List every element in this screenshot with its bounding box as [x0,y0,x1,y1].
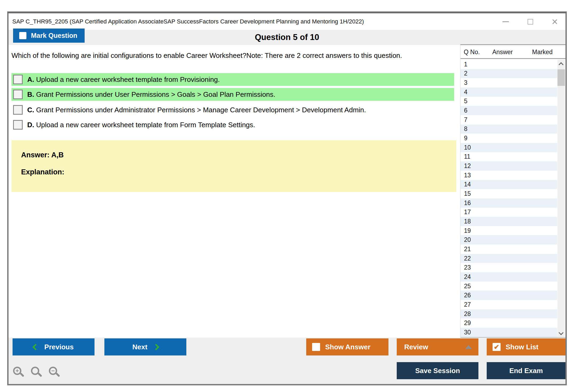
question-list-row[interactable]: 3 [461,78,557,87]
question-panel: Which of the following are initial confi… [9,45,460,338]
window-title: SAP C_THR95_2205 (SAP Certified Applicat… [12,18,364,25]
question-list-row[interactable]: 29 [461,318,557,328]
maximize-icon [528,19,533,25]
option-label: B. Grant Permissions under User Permissi… [27,90,275,99]
minimize-icon [502,21,509,22]
question-list-row[interactable]: 14 [461,180,557,189]
column-header-answer: Answer [492,49,513,56]
question-list-row[interactable]: 19 [461,226,557,235]
question-list-row[interactable]: 1 [461,60,557,69]
question-list-row[interactable]: 18 [461,217,557,226]
chevron-left-icon [33,344,39,350]
maximize-button[interactable] [525,16,535,27]
caret-up-icon [465,345,472,349]
show-answer-button[interactable]: Show Answer [306,338,388,355]
question-list-panel: Q No. Answer Marked 12345678910111213141… [460,44,565,338]
question-list-row[interactable]: 5 [461,97,557,106]
question-list-row[interactable]: 16 [461,198,557,208]
show-list-label: Show List [506,343,538,351]
review-button[interactable]: Review [397,338,478,355]
option-checkbox[interactable] [13,75,23,84]
app-window: SAP C_THR95_2205 (SAP Certified Applicat… [7,11,567,385]
column-header-qno: Q No. [464,49,480,56]
question-list-row[interactable]: 23 [461,263,557,272]
next-label: Next [132,343,147,351]
question-list-row[interactable]: 6 [461,106,557,115]
question-list-row[interactable]: 10 [461,143,557,152]
scrollbar-thumb[interactable] [557,69,565,86]
question-list-scrollbar[interactable] [557,60,565,337]
check-icon: ✔ [494,344,500,350]
next-button[interactable]: Next [104,338,186,355]
close-icon: × [552,16,558,27]
option-label: C. Grant Permissions under Administrator… [27,106,366,114]
question-list-row[interactable]: 30 [461,328,557,337]
minimize-button[interactable] [501,16,510,27]
option-label: A. Upload a new career worksheet templat… [27,75,220,84]
option-checkbox[interactable] [13,105,23,115]
question-list-row[interactable]: 9 [461,134,557,143]
question-list-row[interactable]: 27 [461,300,557,309]
scroll-down-icon[interactable] [559,331,563,334]
review-label: Review [404,343,428,351]
end-exam-label: End Exam [509,367,543,375]
answer-option-row[interactable]: D. Upload a new career worksheet templat… [11,118,454,131]
answer-option-row[interactable]: B. Grant Permissions under User Permissi… [11,88,454,101]
question-list-row[interactable]: 4 [461,87,557,97]
answer-option-row[interactable]: A. Upload a new career worksheet templat… [11,73,454,86]
question-list-row[interactable]: 11 [461,152,557,162]
question-list-row[interactable]: 17 [461,208,557,217]
show-answer-label: Show Answer [325,343,371,351]
zoom-toolbar: + − [13,367,60,379]
explanation-label: Explanation: [21,168,64,176]
zoom-reset-icon[interactable] [31,367,42,379]
show-answer-checkbox[interactable] [312,343,320,351]
question-list-row[interactable]: 28 [461,309,557,319]
zoom-in-icon[interactable]: + [13,367,24,379]
title-bar: SAP C_THR95_2205 (SAP Certified Applicat… [9,13,565,30]
save-session-label: Save Session [415,367,460,375]
question-list-row[interactable]: 15 [461,189,557,198]
previous-label: Previous [44,343,74,351]
question-list-row[interactable]: 20 [461,235,557,245]
question-list-row[interactable]: 22 [461,254,557,263]
save-session-button[interactable]: Save Session [397,362,478,379]
question-text: Which of the following are initial confi… [11,51,402,60]
zoom-out-icon[interactable]: − [49,367,60,379]
question-list-row[interactable]: 26 [461,291,557,300]
chevron-right-icon [153,344,159,350]
option-checkbox[interactable] [13,90,23,99]
question-list-body: 1234567891011121314151617181920212223242… [461,60,557,337]
question-list-row[interactable]: 21 [461,245,557,254]
column-header-marked: Marked [532,49,553,56]
question-counter: Question 5 of 10 [9,30,565,45]
close-button[interactable]: × [550,16,560,27]
answer-option-row[interactable]: C. Grant Permissions under Administrator… [11,103,454,116]
show-list-checkbox[interactable]: ✔ [493,343,501,351]
question-list-row[interactable]: 12 [461,161,557,171]
question-list-row[interactable]: 25 [461,282,557,291]
question-list-row[interactable]: 7 [461,115,557,125]
answer-explanation-box: Answer: A,B Explanation: [11,140,456,192]
answer-label: Answer: A,B [21,151,64,159]
end-exam-button[interactable]: End Exam [487,362,565,379]
window-controls: × [501,13,560,30]
option-label: D. Upload a new career worksheet templat… [27,121,255,129]
question-list-row[interactable]: 24 [461,272,557,282]
question-list-row[interactable]: 8 [461,125,557,134]
previous-button[interactable]: Previous [13,338,95,355]
scroll-up-icon[interactable] [559,63,563,66]
question-list-row[interactable]: 13 [461,171,557,180]
show-list-button[interactable]: ✔ Show List [487,338,565,355]
option-checkbox[interactable] [13,120,23,130]
question-list-header: Q No. Answer Marked [461,45,565,59]
question-list-row[interactable]: 2 [461,69,557,78]
